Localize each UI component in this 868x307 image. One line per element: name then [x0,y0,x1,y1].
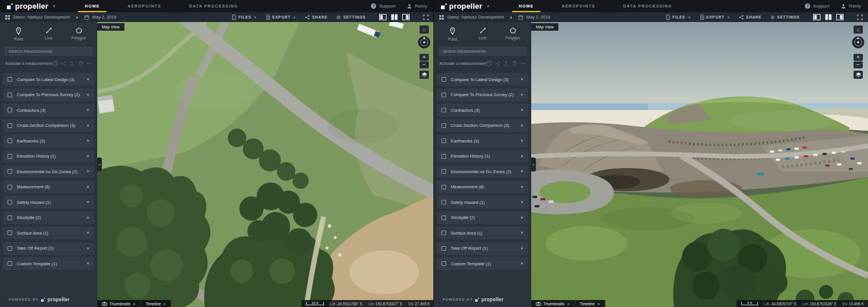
chevron-down-icon[interactable]: ▼ [86,155,90,158]
chevron-down-icon[interactable]: ▼ [86,139,90,142]
category-row[interactable]: Contractors (3)▼ [437,104,528,116]
category-checkbox[interactable] [442,154,446,159]
chevron-down-icon[interactable]: ▼ [86,200,90,204]
breadcrumb-date[interactable]: May 2, 2018 [527,14,550,20]
search-input[interactable] [5,47,93,56]
chevron-down-icon[interactable]: ▼ [520,170,524,173]
category-checkbox[interactable] [8,93,12,97]
support-button[interactable]: ?Support [805,3,829,9]
zoom-in-button[interactable]: + [420,54,429,61]
sidebar-collapse-handle[interactable]: ‹ [97,158,102,171]
category-checkbox[interactable] [8,154,12,159]
files-button[interactable]: FILES▼ [666,14,692,20]
chevron-down-icon[interactable]: ▼ [520,155,524,158]
chevron-down-icon[interactable]: ▼ [520,93,524,97]
category-checkbox[interactable] [442,123,446,128]
layers-button[interactable] [420,71,429,79]
chevron-down-icon[interactable]: ▼ [86,78,90,81]
chevron-down-icon[interactable]: ▼ [86,108,90,112]
chevron-down-icon[interactable]: ▼ [86,185,90,189]
breadcrumb-date[interactable]: May 2, 2018 [93,14,116,20]
timeline-button[interactable]: Timeline▲ [575,300,606,307]
layout-right-panel-button[interactable] [402,14,410,20]
category-row[interactable]: Surface Area (1)▼ [437,226,528,239]
category-checkbox[interactable] [8,169,12,174]
user-menu[interactable]: Remy [407,3,427,9]
category-checkbox[interactable] [8,123,12,128]
nav-home[interactable]: HOME [71,0,114,12]
category-checkbox[interactable] [8,138,12,143]
category-row[interactable]: Cross-Section Comparison (3)▼ [3,119,94,132]
category-row[interactable]: Take Off Report (1)▼ [437,242,528,255]
category-row[interactable]: Environmental no Go Zones (2)▼ [3,165,94,178]
map-canvas-3d[interactable] [531,22,868,307]
chevron-down-icon[interactable]: ▼ [520,231,524,235]
chevron-down-icon[interactable]: ▼ [86,170,90,173]
layout-left-panel-button[interactable] [813,14,821,20]
category-checkbox[interactable] [442,138,446,143]
category-checkbox[interactable] [442,231,446,235]
category-checkbox[interactable] [442,77,446,82]
propeller-logo[interactable]: propeller ▼ [441,2,490,10]
timeline-button[interactable]: Timeline▲ [141,300,172,307]
thumbnails-button[interactable]: Thumbnails▲ [97,300,141,307]
chevron-down-icon[interactable]: ▼ [86,247,90,250]
category-checkbox[interactable] [8,231,12,235]
category-row[interactable]: Environmental no Go Zones (2)▼ [437,165,528,178]
category-row[interactable]: Measurement (8)▼ [3,181,94,193]
category-row[interactable]: Elevation History (1)▼ [3,150,94,163]
chevron-down-icon[interactable]: ▼ [520,216,524,220]
search-input[interactable] [439,47,527,56]
category-checkbox[interactable] [442,200,446,204]
category-checkbox[interactable] [442,215,446,220]
chevron-down-icon[interactable]: ▼ [86,231,90,235]
nav-aeropoints[interactable]: AEROPOINTS [113,0,175,12]
category-checkbox[interactable] [8,77,12,82]
category-row[interactable]: Custom Template (1)▼ [437,257,528,270]
layers-button[interactable] [854,71,863,79]
user-menu[interactable]: Remy [841,3,861,9]
chevron-down-icon[interactable]: ▼ [520,247,524,250]
polygon-tool-button[interactable]: Polygon [498,26,528,42]
category-row[interactable]: Safety Hazard (1)▼ [3,196,94,209]
files-button[interactable]: FILES▼ [232,14,258,20]
category-checkbox[interactable] [8,108,12,112]
line-tool-button[interactable]: Line [34,26,64,42]
category-row[interactable]: Cross-Section Comparison (3)▼ [437,119,528,132]
chevron-down-icon[interactable]: ▼ [86,93,90,97]
category-row[interactable]: Contractors (3)▼ [3,104,94,116]
category-checkbox[interactable] [8,246,12,251]
compass-control[interactable] [418,36,431,49]
export-button[interactable]: EXPORT▼ [266,14,297,20]
category-checkbox[interactable] [8,261,12,266]
category-row[interactable]: Compare To Latest Design (3)▼ [437,73,528,86]
category-row[interactable]: Earthworks (3)▼ [3,134,94,147]
category-row[interactable]: Compare To Previous Survey (2)▼ [437,89,528,101]
share-button[interactable]: SHARE [305,15,328,20]
breadcrumb-site[interactable]: Demo: Harbour Development [447,14,504,20]
category-row[interactable]: Compare To Latest Design (3)▼ [3,73,94,86]
category-row[interactable]: Safety Hazard (1)▼ [437,196,528,209]
zoom-out-button[interactable]: − [854,61,863,68]
home-button[interactable]: ⌂ [420,25,429,34]
category-row[interactable]: Stockpile (2)▼ [3,211,94,224]
export-button[interactable]: EXPORT▼ [700,14,731,20]
zoom-out-button[interactable]: − [420,61,429,68]
settings-button[interactable]: SETTINGS [770,15,800,20]
fullscreen-button[interactable] [857,14,863,20]
category-row[interactable]: Take Off Report (1)▼ [3,242,94,255]
layout-left-panel-button[interactable] [379,14,387,20]
compass-control[interactable] [852,36,865,49]
propeller-logo[interactable]: propeller ▼ [7,2,56,10]
zoom-in-button[interactable]: + [854,54,863,61]
chevron-down-icon[interactable]: ▼ [86,124,90,127]
thumbnails-button[interactable]: Thumbnails▲ [531,300,575,307]
layout-right-panel-button[interactable] [836,14,844,20]
nav-data-processing[interactable]: DATA PROCESSING [175,0,252,12]
chevron-down-icon[interactable]: ▼ [520,139,524,142]
nav-data-processing[interactable]: DATA PROCESSING [609,0,686,12]
share-button[interactable]: SHARE [739,15,762,20]
category-row[interactable]: Surface Area (1)▼ [3,226,94,239]
settings-button[interactable]: SETTINGS [336,15,366,20]
category-checkbox[interactable] [442,185,446,189]
